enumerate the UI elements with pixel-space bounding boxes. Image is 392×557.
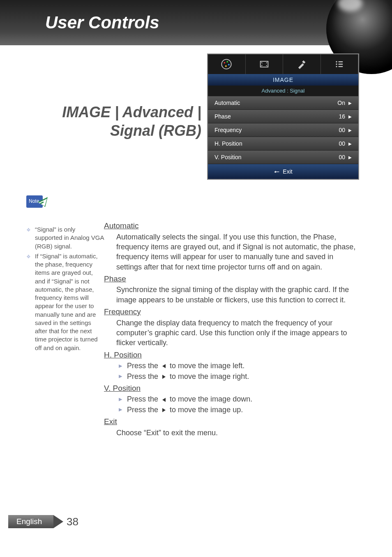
header-title: User Controls (45, 13, 159, 32)
triangle-bullet-icon: ▶ (119, 396, 123, 402)
osd-exit-row[interactable]: Exit (208, 164, 358, 179)
side-note-item: ❖ If “Signal” is automatic, the phase, f… (26, 252, 104, 352)
triangle-bullet-icon: ▶ (119, 363, 123, 369)
list-item: ▶ Press the to move the image down. (119, 394, 359, 404)
section-heading-automatic: Automatic (104, 220, 359, 231)
page-title: IMAGE | Advanced | Signal (RGB) (37, 103, 201, 140)
osd-row-automatic[interactable]: Automatic On ▶ (208, 96, 358, 109)
arrow-right-icon (161, 374, 167, 380)
osd-row-value: On (337, 100, 345, 106)
diamond-bullet-icon: ❖ (26, 227, 31, 251)
arrow-right-icon (161, 407, 167, 413)
footer: English 38 (8, 515, 78, 528)
section-heading-frequency: Frequency (104, 306, 359, 317)
list-item-text: Press the to move the image up. (127, 405, 243, 415)
text-part: Press the (127, 362, 160, 370)
list-item: ▶ Press the to move the image right. (119, 371, 359, 381)
footer-page-number: 38 (67, 515, 78, 528)
osd-tab-image[interactable] (208, 54, 246, 74)
list-item-text: Press the to move the image down. (127, 394, 252, 404)
triangle-bullet-icon: ▶ (119, 406, 123, 413)
osd-exit-label: Exit (283, 168, 292, 175)
side-note-item: ❖ “Signal” is only supported in Analog V… (26, 225, 104, 251)
osd-row-label: V. Position (214, 154, 339, 160)
text-part: to move the image up. (170, 406, 243, 414)
arrow-left-icon (161, 397, 167, 403)
section-body-exit: Choose “Exit” to exit the menu. (116, 428, 359, 438)
chevron-right-icon: ▶ (348, 128, 352, 132)
list-item: ▶ Press the to move the image left. (119, 361, 359, 371)
osd-row-value: 00 (339, 154, 345, 160)
svg-point-1 (224, 62, 226, 64)
svg-point-8 (336, 63, 337, 65)
text-part: Press the (127, 395, 160, 403)
osd-row-frequency[interactable]: Frequency 00 ▶ (208, 123, 358, 137)
osd-tab-setup[interactable] (283, 54, 321, 74)
osd-row-value: 16 (339, 113, 345, 120)
header-bar: User Controls (0, 0, 392, 45)
osd-row-hposition[interactable]: H. Position 00 ▶ (208, 137, 358, 150)
osd-row-value: 00 (339, 140, 345, 147)
return-arrow-icon (274, 169, 280, 174)
section-body-frequency: Change the display data frequency to mat… (116, 318, 359, 348)
text-part: to move the image left. (170, 362, 244, 370)
chevron-right-icon: ▶ (348, 114, 352, 119)
list-icon (334, 58, 345, 70)
osd-menu: IMAGE Advanced : Signal Automatic On ▶ P… (207, 53, 359, 180)
svg-rect-9 (338, 64, 343, 65)
tools-icon (296, 58, 307, 70)
svg-point-10 (336, 66, 337, 67)
osd-row-label: Phase (214, 113, 339, 120)
chevron-right-icon: ▶ (348, 142, 352, 146)
arrow-left-icon (161, 363, 167, 369)
osd-tab-display[interactable] (246, 54, 284, 74)
osd-title: IMAGE (208, 74, 358, 86)
note-icon: Note (25, 195, 49, 216)
svg-point-4 (225, 65, 227, 67)
osd-row-label: Automatic (214, 100, 337, 106)
side-note-text: If “Signal” is automatic, the phase, fre… (35, 252, 104, 352)
svg-point-3 (228, 64, 230, 65)
osd-row-label: Frequency (214, 127, 339, 133)
list-item-text: Press the to move the image left. (127, 361, 244, 371)
footer-language: English (8, 515, 53, 528)
section-heading-phase: Phase (104, 274, 359, 284)
list-item-text: Press the to move the image right. (127, 371, 249, 381)
note-icon-label: Note (29, 198, 39, 204)
osd-tab-options[interactable] (321, 54, 359, 74)
chevron-right-icon: ▶ (348, 101, 352, 105)
section-heading-vposition: V. Position (104, 383, 359, 394)
section-heading-exit: Exit (104, 416, 359, 427)
osd-row-value: 00 (339, 127, 345, 133)
side-note-text: “Signal” is only supported in Analog VGA… (35, 225, 104, 251)
palette-icon (221, 58, 232, 70)
text-part: Press the (127, 406, 160, 414)
text-part: to move the image down. (170, 395, 252, 403)
text-part: to move the image right. (170, 372, 249, 381)
section-body-automatic: Automatically selects the singal. If you… (116, 232, 359, 272)
screen-icon (258, 58, 270, 70)
main-content: Automatic Automatically selects the sing… (104, 219, 359, 439)
osd-row-phase[interactable]: Phase 16 ▶ (208, 109, 358, 123)
section-body-phase: Synchronize the signal timing of the dis… (116, 285, 359, 305)
svg-point-6 (336, 61, 337, 63)
list-item: ▶ Press the to move the image up. (119, 405, 359, 415)
svg-rect-11 (338, 66, 343, 67)
osd-tab-bar (208, 54, 358, 74)
chevron-right-icon: ▶ (348, 155, 352, 160)
triangle-bullet-icon: ▶ (119, 373, 123, 379)
section-heading-hposition: H. Position (104, 350, 359, 360)
diamond-bullet-icon: ❖ (26, 253, 31, 352)
osd-row-vposition[interactable]: V. Position 00 ▶ (208, 150, 358, 164)
svg-rect-7 (338, 61, 343, 62)
svg-point-2 (227, 61, 228, 63)
osd-subtitle: Advanced : Signal (208, 86, 358, 96)
side-notes: ❖ “Signal” is only supported in Analog V… (26, 225, 104, 354)
text-part: Press the (127, 372, 160, 381)
osd-row-label: H. Position (214, 140, 339, 147)
svg-point-0 (222, 59, 231, 69)
